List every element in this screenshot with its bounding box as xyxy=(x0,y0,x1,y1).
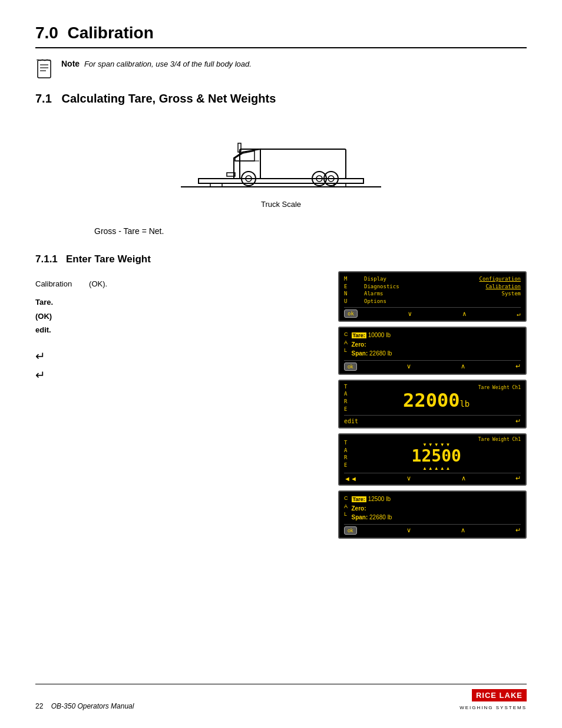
footer-manual-name: OB-350 Operators Manual xyxy=(51,702,134,710)
panel5-span-entry: Span: 22680 lb xyxy=(352,513,521,522)
footer-page-number: 22 xyxy=(35,702,43,710)
ok-label: (OK). xyxy=(89,279,107,288)
edit-arrows-bottom: ▲▲▲▲▲ xyxy=(352,466,521,471)
truck-scale-caption: Truck Scale xyxy=(261,200,301,209)
panel1-ok-btn[interactable]: ok xyxy=(344,309,358,318)
panel4-up-btn[interactable]: ∧ xyxy=(461,475,466,482)
panel4-edit-display: TARE Tare Weight Ch1 ▼▼▼▼▼ 12500 ▲▲▲▲▲ xyxy=(338,433,527,486)
instruction-text: Calibration (OK). Tare. (OK) edit. ↵ ↵ xyxy=(35,277,320,384)
menu-items-left: Display Diagnostics Alarms Options xyxy=(364,275,399,305)
panel5-ok-btn[interactable]: ok xyxy=(344,526,357,535)
cal-letters: CAL xyxy=(344,331,348,355)
tare-entry: Tare: 10000 lb xyxy=(352,331,521,340)
menu-items-right: Configuration Calibration System xyxy=(480,275,521,305)
cal-content: Tare: 10000 lb Zero: Span: 22680 lb xyxy=(352,331,521,358)
note-content: Note For span calibration, use 3/4 of th… xyxy=(61,59,252,68)
section-711-layout: Calibration (OK). Tare. (OK) edit. ↵ ↵ M… xyxy=(35,271,527,540)
panel1-enter-btn[interactable]: ↵ xyxy=(517,310,521,318)
calibration-word: Calibration xyxy=(35,279,72,288)
panel2-cal: CAL Tare: 10000 lb Zero: Span: 22680 lb xyxy=(338,327,527,375)
display-panels-column: MENU Display Diagnostics Alarms Options … xyxy=(338,271,527,540)
enter-symbol-2: ↵ xyxy=(35,368,45,381)
subsubsection-title-text: Enter Tare Weight xyxy=(66,253,151,265)
panel2-down-btn[interactable]: ∨ xyxy=(406,363,411,370)
truck-svg xyxy=(163,120,399,196)
instructions-column: Calibration (OK). Tare. (OK) edit. ↵ ↵ xyxy=(35,271,320,540)
svg-rect-8 xyxy=(240,149,346,179)
section-number: 7.0 xyxy=(35,24,58,42)
panel4-enter-btn[interactable]: ↵ xyxy=(515,475,521,482)
panel5-up-btn[interactable]: ∧ xyxy=(461,526,465,534)
svg-rect-4 xyxy=(199,179,363,183)
panel5-down-btn[interactable]: ∨ xyxy=(406,526,411,534)
panel4-corner-label: Tare Weight Ch1 xyxy=(352,437,521,442)
section-title-text: Calibration xyxy=(68,24,154,42)
panel5-cal-row: CAL Tare: 12500 lb Zero: Span: 22680 lb xyxy=(344,495,521,522)
panel3-big-display: TARE Tare Weight Ch1 22000 lb edit ↵ xyxy=(338,380,527,429)
note-box: Note For span calibration, use 3/4 of th… xyxy=(35,59,527,80)
panel1-down-btn[interactable]: ∨ xyxy=(408,310,412,318)
equation-area: Gross - Tare = Net. xyxy=(94,226,527,236)
panel4-edit-number: 12500 xyxy=(352,447,521,466)
zero-entry: Zero: xyxy=(352,340,521,349)
subsection-title-text: Calculating Tare, Gross & Net Weights xyxy=(61,92,276,105)
panel5-cal-content: Tare: 12500 lb Zero: Span: 22680 lb xyxy=(352,495,521,522)
note-text: For span calibration, use 3/4 of the ful… xyxy=(84,60,252,68)
subsection-title: 7.1 Calculating Tare, Gross & Net Weight… xyxy=(35,92,527,106)
menu-letters: MENU xyxy=(344,275,362,305)
page-footer: 22 OB-350 Operators Manual RICE LAKE WEI… xyxy=(35,684,527,710)
subsection-number: 7.1 xyxy=(35,92,52,105)
panel3-edit-btn[interactable]: edit xyxy=(344,418,358,424)
panel2-ok-btn[interactable]: ok xyxy=(344,363,357,371)
ok2-label: (OK) xyxy=(35,312,52,321)
panel4-down-btn[interactable]: ∨ xyxy=(406,475,411,482)
panel3-enter-btn[interactable]: ↵ xyxy=(515,417,521,425)
tare-label: Tare. xyxy=(35,298,53,307)
panel4-rewind-btn[interactable]: ◄◄ xyxy=(344,475,357,482)
panel5-zero-entry: Zero: xyxy=(352,504,521,513)
panel5-cal-letters: CAL xyxy=(344,495,348,519)
note-label: Note xyxy=(61,59,80,68)
panel2-cal-row: CAL Tare: 10000 lb Zero: Span: 22680 lb xyxy=(344,331,521,358)
panel4-tare-letters: TARE xyxy=(344,439,347,469)
panel1-menu: MENU Display Diagnostics Alarms Options … xyxy=(338,271,527,322)
edit-label: edit. xyxy=(35,325,51,334)
panel2-buttons: ok ∨ ∧ ↵ xyxy=(344,360,521,371)
panel2-up-btn[interactable]: ∧ xyxy=(461,363,465,370)
rice-lake-logo: RICE LAKE WEIGHING SYSTEMS xyxy=(459,689,527,710)
panel5-enter-btn[interactable]: ↵ xyxy=(515,526,521,534)
enter-symbol-1: ↵ xyxy=(35,350,45,363)
panel3-unit: lb xyxy=(459,399,470,409)
brand-sub: WEIGHING SYSTEMS xyxy=(459,705,527,710)
panel3-tare-letters: TARE xyxy=(344,383,347,413)
panel1-buttons: ok ∨ ∧ ↵ xyxy=(344,307,521,318)
panel3-edit-row: edit ↵ xyxy=(344,415,521,425)
svg-rect-0 xyxy=(38,60,51,78)
panel5-tare-entry: Tare: 12500 lb xyxy=(352,495,521,504)
panel1-up-btn[interactable]: ∧ xyxy=(462,310,467,318)
panel4-buttons: ◄◄ ∨ ∧ ↵ xyxy=(344,473,521,482)
truck-diagram-area: Truck Scale xyxy=(35,120,527,209)
panel5-cal: CAL Tare: 12500 lb Zero: Span: 22680 lb xyxy=(338,490,527,539)
footer-left: 22 OB-350 Operators Manual xyxy=(35,702,134,710)
section-title: 7.0 Calibration xyxy=(35,24,527,48)
panel2-enter-btn[interactable]: ↵ xyxy=(515,363,521,370)
span-entry: Span: 22680 lb xyxy=(352,349,521,358)
page-container: 7.0 Calibration Note For span calibratio… xyxy=(0,0,562,728)
brand-name: RICE LAKE xyxy=(472,689,527,701)
equation-text: Gross - Tare = Net. xyxy=(94,226,164,236)
subsubsection-title: 7.1.1 Enter Tare Weight xyxy=(35,253,527,265)
subsubsection-number: 7.1.1 xyxy=(35,253,58,265)
subsubsection-header: 7.1.1 Enter Tare Weight xyxy=(35,253,527,265)
panel3-number: 22000 xyxy=(403,390,459,411)
note-icon xyxy=(35,59,57,80)
panel5-buttons: ok ∨ ∧ ↵ xyxy=(344,524,521,535)
